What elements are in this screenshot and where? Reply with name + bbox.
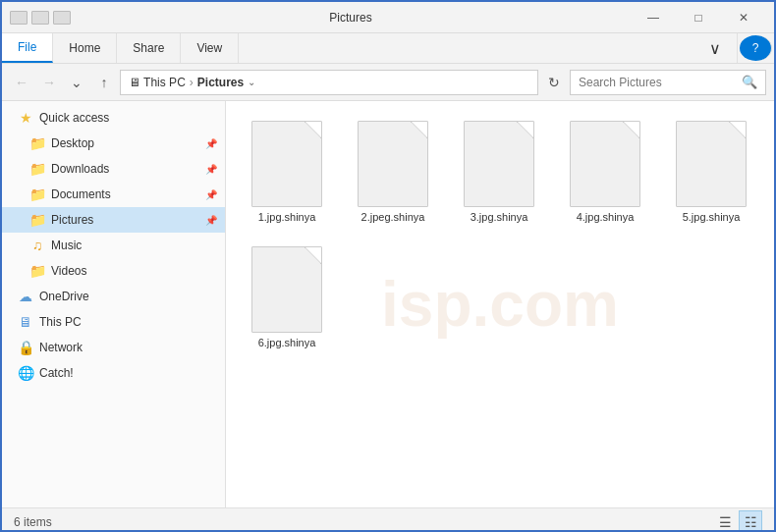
search-box[interactable]: 🔍 <box>570 70 766 95</box>
network-label: Network <box>39 341 217 354</box>
file-corner <box>305 247 321 263</box>
file-corner <box>624 122 639 137</box>
file-view: isp.com 1.jpg.shinya 2.jpeg.shinya <box>226 101 774 507</box>
file-item[interactable]: 4.jpg.shinya <box>556 113 654 231</box>
pin-icon: 📌 <box>205 189 217 200</box>
file-item[interactable]: 3.jpg.shinya <box>450 113 548 231</box>
file-icon <box>251 121 322 207</box>
pictures-label: Pictures <box>51 213 199 227</box>
sidebar: ★ Quick access 📁 Desktop 📌 📁 Downloads 📌… <box>2 101 226 507</box>
catch-label: Catch! <box>39 366 217 380</box>
title-bar: Pictures — □ ✕ <box>2 2 774 33</box>
title-icon-2 <box>31 11 49 25</box>
address-path[interactable]: 🖥 This PC › Pictures ⌄ <box>120 70 538 95</box>
title-bar-icons <box>10 11 71 25</box>
file-page <box>676 121 747 207</box>
path-thispc: 🖥 This PC <box>129 76 186 89</box>
files-grid: 1.jpg.shinya 2.jpeg.shinya 3.jpg.shinya <box>238 113 762 356</box>
maximize-button[interactable]: □ <box>676 2 721 33</box>
sidebar-item-network[interactable]: 🔒 Network <box>2 335 225 360</box>
music-label: Music <box>51 239 217 252</box>
forward-button[interactable]: → <box>37 71 61 94</box>
file-page <box>251 121 322 207</box>
close-button[interactable]: ✕ <box>721 2 766 33</box>
up-button[interactable]: ↑ <box>92 71 116 94</box>
file-page <box>570 121 640 207</box>
tab-home[interactable]: Home <box>53 33 117 63</box>
search-icon[interactable]: 🔍 <box>742 75 757 89</box>
status-bar: 6 items ☰ ☷ <box>2 507 774 532</box>
file-corner <box>412 122 427 137</box>
desktop-label: Desktop <box>51 136 199 150</box>
folder-icon: 📁 <box>29 161 45 177</box>
sidebar-section-quickaccess[interactable]: ★ Quick access <box>2 105 225 131</box>
pin-icon: 📌 <box>205 164 217 175</box>
file-name: 4.jpg.shinya <box>577 211 635 223</box>
sidebar-item-desktop[interactable]: 📁 Desktop 📌 <box>2 131 225 156</box>
file-item[interactable]: 6.jpg.shinya <box>238 239 336 356</box>
file-name: 3.jpg.shinya <box>471 211 528 223</box>
ribbon-options-button[interactable]: ∨ <box>693 33 738 63</box>
tab-file[interactable]: File <box>2 33 53 63</box>
tab-view[interactable]: View <box>181 33 239 63</box>
minimize-button[interactable]: — <box>631 2 676 33</box>
pc-icon: 🖥 <box>18 314 33 330</box>
folder-icon: 📁 <box>29 212 45 228</box>
sidebar-item-catch[interactable]: 🌐 Catch! <box>2 360 225 386</box>
pin-icon: 📌 <box>205 138 217 149</box>
file-page <box>464 121 534 207</box>
quick-access-label: Quick access <box>39 111 217 125</box>
ribbon: File Home Share View ∨ ? <box>2 33 774 64</box>
window-title: Pictures <box>71 11 631 25</box>
file-icon <box>251 246 322 333</box>
up-dropdown-button[interactable]: ⌄ <box>65 71 88 94</box>
onedrive-label: OneDrive <box>39 290 217 303</box>
file-corner <box>305 122 321 137</box>
sidebar-item-onedrive[interactable]: ☁ OneDrive <box>2 284 225 309</box>
view-toggle: ☰ ☷ <box>713 510 762 533</box>
file-page <box>358 121 428 207</box>
file-icon <box>358 121 428 207</box>
list-view-button[interactable]: ☰ <box>713 510 737 533</box>
file-item[interactable]: 1.jpg.shinya <box>238 113 336 231</box>
title-icon-1 <box>10 11 28 25</box>
sidebar-item-downloads[interactable]: 📁 Downloads 📌 <box>2 156 225 182</box>
documents-label: Documents <box>51 187 199 201</box>
title-icon-3 <box>53 11 71 25</box>
path-pictures: Pictures <box>197 76 244 89</box>
pin-icon: 📌 <box>205 215 217 226</box>
sidebar-item-documents[interactable]: 📁 Documents 📌 <box>2 182 225 207</box>
sidebar-item-pictures[interactable]: 📁 Pictures 📌 <box>2 207 225 233</box>
file-item[interactable]: 5.jpg.shinya <box>662 113 760 231</box>
file-icon <box>676 121 747 207</box>
file-icon <box>570 121 640 207</box>
file-item[interactable]: 2.jpeg.shinya <box>344 113 442 231</box>
sidebar-item-music[interactable]: ♫ Music <box>2 233 225 258</box>
address-bar: ← → ⌄ ↑ 🖥 This PC › Pictures ⌄ ↻ 🔍 <box>2 64 774 101</box>
back-button[interactable]: ← <box>10 71 33 94</box>
cloud-icon: ☁ <box>18 289 33 304</box>
grid-view-button[interactable]: ☷ <box>739 510 762 533</box>
refresh-button[interactable]: ↻ <box>542 71 566 94</box>
window-controls: — □ ✕ <box>631 2 766 33</box>
help-button[interactable]: ? <box>740 35 772 61</box>
file-name: 1.jpg.shinya <box>258 211 316 223</box>
sidebar-item-thispc[interactable]: 🖥 This PC <box>2 309 225 335</box>
catch-icon: 🌐 <box>18 365 33 381</box>
search-input[interactable] <box>579 76 738 89</box>
file-corner <box>730 122 746 137</box>
item-count: 6 items <box>14 515 52 529</box>
sidebar-item-videos[interactable]: 📁 Videos <box>2 258 225 284</box>
folder-icon: 📁 <box>29 135 45 151</box>
main-layout: ★ Quick access 📁 Desktop 📌 📁 Downloads 📌… <box>2 101 774 507</box>
file-name: 2.jpeg.shinya <box>361 211 425 223</box>
folder-icon: 📁 <box>29 186 45 202</box>
file-icon <box>464 121 534 207</box>
videos-label: Videos <box>51 264 217 278</box>
thispc-label: This PC <box>39 315 217 329</box>
folder-icon: 📁 <box>29 263 45 279</box>
network-icon: 🔒 <box>18 340 33 355</box>
file-corner <box>518 122 533 137</box>
tab-share[interactable]: Share <box>117 33 181 63</box>
path-sep-1: › <box>190 76 194 89</box>
